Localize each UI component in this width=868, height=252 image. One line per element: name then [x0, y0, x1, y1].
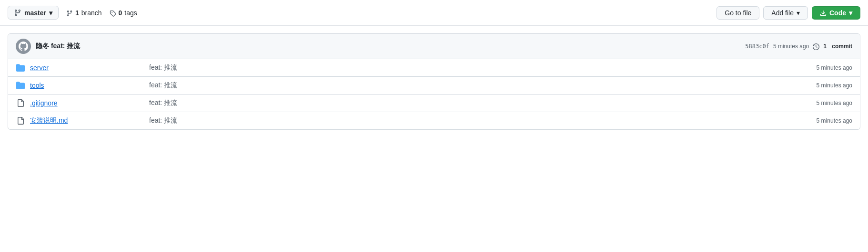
tags-link[interactable]: 0 tags	[110, 9, 137, 17]
folder-icon	[16, 63, 25, 73]
branch-meta: 1 branch 0 tags	[66, 9, 137, 17]
go-to-file-label: Go to file	[725, 9, 751, 17]
file-commit-message: feat: 推流	[140, 63, 790, 72]
file-commit-message: feat: 推流	[140, 116, 790, 125]
branches-icon	[66, 9, 73, 17]
branch-count: 1	[75, 9, 79, 17]
file-time: 5 minutes ago	[795, 82, 852, 89]
go-to-file-button[interactable]: Go to file	[717, 6, 759, 20]
add-file-label: Add file	[771, 9, 794, 17]
commit-author: 隐冬	[36, 42, 49, 50]
branches-link[interactable]: 1 branch	[66, 9, 102, 17]
file-icon	[16, 116, 25, 126]
table-row: .gitignorefeat: 推流5 minutes ago	[8, 94, 860, 112]
file-time: 5 minutes ago	[795, 64, 852, 71]
table-row: serverfeat: 推流5 minutes ago	[8, 59, 860, 77]
avatar	[16, 39, 31, 54]
add-file-dropdown-icon: ▾	[797, 9, 800, 17]
file-table: 隐冬 feat: 推流 5883c0f 5 minutes ago 1 comm…	[8, 33, 860, 130]
commit-meta: 5883c0f 5 minutes ago 1 commit	[745, 43, 852, 50]
commit-count-number: 1	[823, 43, 827, 50]
commit-message-text: feat: 推流	[51, 42, 80, 50]
branch-selector-button[interactable]: master ▾	[8, 6, 59, 20]
branch-icon	[14, 9, 21, 17]
code-button[interactable]: Code ▾	[812, 6, 860, 20]
toolbar-right: Go to file Add file ▾ Code ▾	[717, 6, 860, 20]
tag-count: 0	[119, 9, 122, 17]
file-list: serverfeat: 推流5 minutes agotoolsfeat: 推流…	[8, 59, 860, 129]
code-dropdown-icon: ▾	[849, 9, 852, 17]
commit-time: 5 minutes ago	[773, 43, 809, 50]
branch-name: master	[24, 9, 46, 17]
tag-text: tags	[124, 9, 137, 17]
add-file-button[interactable]: Add file ▾	[763, 6, 808, 20]
toolbar: master ▾ 1 branch 0 tags Go to fil	[0, 0, 868, 26]
branch-text: branch	[81, 9, 102, 17]
file-name[interactable]: .gitignore	[30, 99, 135, 107]
commit-author-message: 隐冬 feat: 推流	[36, 42, 740, 51]
file-name[interactable]: tools	[30, 82, 135, 89]
table-row: 安装说明.mdfeat: 推流5 minutes ago	[8, 112, 860, 129]
tag-icon	[110, 9, 116, 17]
code-label: Code	[829, 9, 846, 17]
commit-sha: 5883c0f	[745, 43, 769, 50]
branch-dropdown-icon: ▾	[49, 9, 52, 17]
file-time: 5 minutes ago	[795, 100, 852, 106]
file-name[interactable]: 安装说明.md	[30, 116, 135, 125]
commit-header: 隐冬 feat: 推流 5883c0f 5 minutes ago 1 comm…	[8, 34, 860, 59]
commit-count-label: commit	[832, 43, 852, 50]
file-commit-message: feat: 推流	[140, 99, 790, 107]
table-row: toolsfeat: 推流5 minutes ago	[8, 77, 860, 94]
commit-count: 1 commit	[823, 43, 852, 50]
file-commit-message: feat: 推流	[140, 81, 790, 90]
download-icon	[820, 9, 827, 17]
file-time: 5 minutes ago	[795, 117, 852, 124]
folder-icon	[16, 81, 25, 90]
file-name[interactable]: server	[30, 64, 135, 72]
file-icon	[16, 98, 25, 108]
history-icon	[813, 43, 819, 50]
